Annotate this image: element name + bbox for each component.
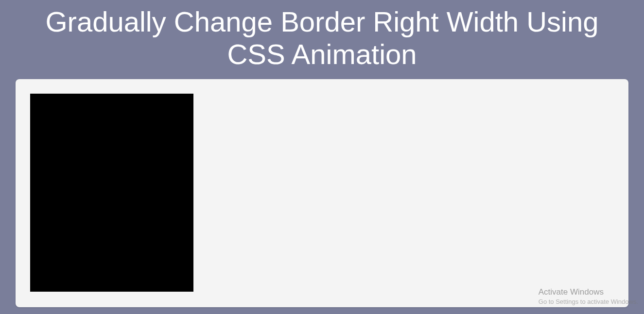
page-title: Gradually Change Border Right Width Usin…: [0, 0, 644, 74]
content-panel: [16, 79, 628, 307]
watermark-subtitle: Go to Settings to activate Windows.: [539, 298, 638, 305]
watermark-title: Activate Windows: [539, 287, 638, 297]
windows-activation-watermark: Activate Windows Go to Settings to activ…: [539, 287, 638, 305]
animation-demo-box: [30, 94, 193, 292]
